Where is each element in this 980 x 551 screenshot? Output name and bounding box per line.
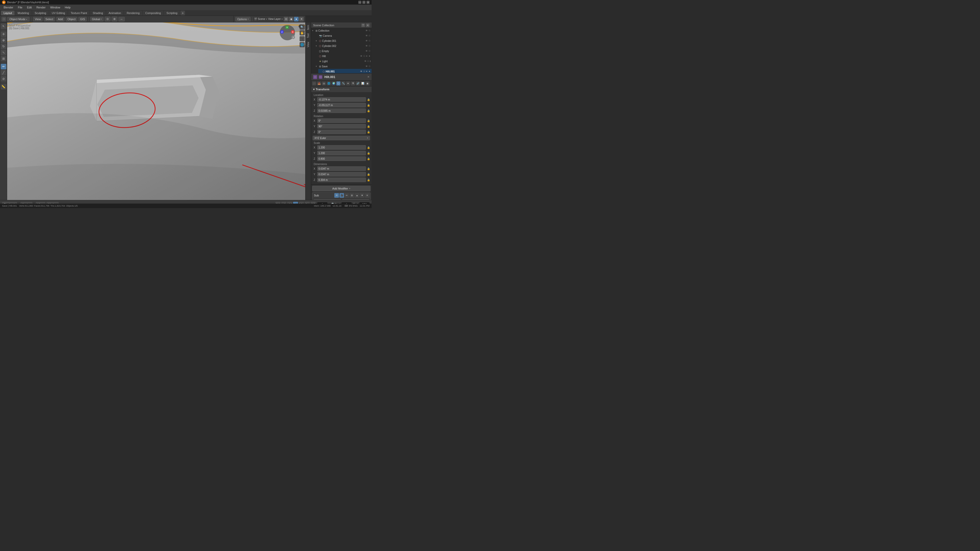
props-tab-constraints[interactable]: 🔗: [356, 81, 360, 86]
viewport-3d[interactable]: User Perspective (0) Save | Hilt.001 2 X…: [7, 22, 305, 200]
props-tab-data[interactable]: 📊: [361, 81, 365, 86]
props-tab-output[interactable]: 📤: [317, 81, 321, 86]
menu-blender[interactable]: Blender: [2, 5, 15, 10]
hand-tool-btn[interactable]: ✋: [300, 30, 305, 35]
tool-cursor[interactable]: ✛: [1, 32, 6, 37]
transform-button[interactable]: ↔: [118, 17, 125, 21]
object-header-close-btn[interactable]: ✕: [367, 75, 369, 79]
snap-button[interactable]: ⊙: [105, 17, 110, 21]
world-view-btn[interactable]: 🌐: [300, 42, 305, 47]
tab-layout[interactable]: Layout: [1, 11, 14, 15]
scale-y-lock[interactable]: 🔒: [367, 152, 370, 155]
menu-help[interactable]: Help: [63, 5, 73, 10]
proportional-button[interactable]: ⊚: [111, 17, 118, 21]
dim-y-input[interactable]: 0.0347 m: [317, 172, 366, 176]
loc-z-lock[interactable]: 🔒: [367, 110, 370, 112]
rot-x-lock[interactable]: 🔒: [367, 119, 370, 122]
modifier-close-btn[interactable]: ✕: [365, 193, 369, 198]
dim-x-input[interactable]: 0.0347 m: [317, 166, 366, 171]
tool-scale[interactable]: ⤡: [1, 50, 6, 56]
outliner-row-collection[interactable]: ▾ ⊞ Collection 👁 ☉: [311, 28, 372, 33]
loc-x-input[interactable]: -0.1374 m: [317, 97, 366, 102]
axis-y-btn[interactable]: Y: [285, 25, 289, 29]
rot-y-lock[interactable]: 🔒: [367, 125, 370, 128]
scale-z-lock[interactable]: 🔒: [367, 157, 370, 160]
loc-y-lock[interactable]: 🔒: [367, 104, 370, 106]
tab-scripting[interactable]: Scripting: [164, 11, 180, 15]
gis-menu[interactable]: GIS: [78, 17, 87, 21]
outliner-row-camera[interactable]: 📷 Camera 👁 ☉: [315, 33, 372, 38]
tool-rotate[interactable]: ↻: [1, 44, 6, 49]
tab-sculpting[interactable]: Sculpting: [32, 11, 49, 15]
outliner-row-save[interactable]: ▾ ⊞ Save 👁 ☉: [315, 64, 372, 69]
rot-z-input[interactable]: 0°: [317, 130, 366, 134]
axis-z-btn[interactable]: Z: [280, 30, 284, 34]
modifier-cage-btn[interactable]: ⊞: [350, 193, 354, 198]
transform-section-header[interactable]: ▾ Transform: [311, 86, 372, 92]
tab-shading[interactable]: Shading: [90, 11, 105, 15]
tool-transform[interactable]: ⊞: [1, 56, 6, 62]
dim-z-input[interactable]: 0.304 m: [317, 178, 366, 182]
options-button[interactable]: Options ▾: [235, 17, 251, 21]
outliner-options-btn[interactable]: ≡: [366, 24, 369, 27]
dim-y-lock[interactable]: 🔒: [367, 173, 370, 176]
tab-compositing[interactable]: Compositing: [143, 11, 163, 15]
tab-texture-paint[interactable]: Texture Paint: [68, 11, 89, 15]
tool-measure[interactable]: 📏: [1, 84, 6, 89]
props-tab-object[interactable]: ⬡: [336, 81, 340, 86]
outliner-filter-btn[interactable]: ⊤: [361, 24, 365, 27]
object-mode-dropdown[interactable]: Object Mode ▾: [7, 17, 30, 21]
rot-x-input[interactable]: 0°: [317, 118, 366, 123]
menu-edit[interactable]: Edit: [25, 5, 34, 10]
menu-render[interactable]: Render: [35, 5, 48, 10]
props-tab-scene[interactable]: 🌐: [327, 81, 331, 86]
tool-annotate[interactable]: ✏: [1, 64, 6, 69]
solid-mode-btn[interactable]: ◉: [289, 17, 293, 21]
navigation-gizmo[interactable]: X Y Z -Z: [277, 25, 298, 45]
scale-z-input[interactable]: 0.800: [317, 156, 366, 161]
modifier-name-input[interactable]: [314, 194, 334, 197]
scale-x-lock[interactable]: 🔒: [367, 146, 370, 149]
add-workspace-button[interactable]: +: [180, 11, 185, 15]
n-panel-view-tab[interactable]: View: [306, 40, 310, 49]
maximize-button[interactable]: □: [363, 1, 366, 4]
object-menu[interactable]: Object: [65, 17, 77, 21]
tab-animation[interactable]: Animation: [106, 11, 124, 15]
axis-x-btn[interactable]: X: [291, 30, 294, 34]
gizmo-circle[interactable]: X Y Z -Z: [280, 25, 295, 40]
menu-window[interactable]: Window: [48, 5, 62, 10]
rot-y-input[interactable]: 90°: [317, 124, 366, 129]
tab-rendering[interactable]: Rendering: [124, 11, 142, 15]
outliner-row-hilt[interactable]: ⬡ Hilt 👁 ☉ ✕ ✦: [315, 54, 372, 59]
rendered-mode-btn[interactable]: ☀: [299, 17, 304, 21]
props-tab-world[interactable]: 🌍: [331, 81, 336, 86]
n-panel-item-tab[interactable]: Item: [306, 24, 310, 32]
rot-z-lock[interactable]: 🔒: [367, 130, 370, 133]
modifier-down-btn[interactable]: ▼: [360, 193, 364, 198]
minimize-button[interactable]: —: [358, 1, 361, 4]
loc-x-lock[interactable]: 🔒: [367, 98, 370, 101]
menu-file[interactable]: File: [16, 5, 24, 10]
camera-view-btn[interactable]: 🎥: [300, 36, 305, 41]
close-button[interactable]: ✕: [366, 1, 369, 4]
tab-uv-editing[interactable]: UV Editing: [49, 11, 68, 15]
loc-y-input[interactable]: -0.051127 m: [317, 103, 366, 107]
loc-z-input[interactable]: 0.01565 m: [317, 108, 366, 113]
tool-annotate-line[interactable]: ╱: [1, 70, 6, 76]
axis-neg-btn[interactable]: -Z: [291, 35, 295, 39]
axis-gizmo[interactable]: X Y Z -Z: [277, 25, 298, 45]
outliner-row-hilt001[interactable]: ⬡ Hilt.001 👁 ☉ ✕ ✦: [318, 69, 372, 73]
scale-y-input[interactable]: 1.200: [317, 151, 366, 156]
props-tab-render[interactable]: 🎥: [312, 81, 316, 86]
dim-z-lock[interactable]: 🔒: [367, 179, 370, 181]
rotation-mode-dropdown[interactable]: XYZ Euler ▾: [313, 136, 370, 140]
add-modifier-button[interactable]: Add Modifier ▾: [312, 186, 371, 191]
modifier-render-btn[interactable]: 🎥: [339, 193, 344, 198]
viewport-header-icon[interactable]: ⬡: [2, 17, 6, 21]
outliner-row-cylinder001[interactable]: ▾ ⬡ Cylinder.001 👁 ☉: [315, 38, 372, 43]
tool-select[interactable]: ↖: [1, 24, 6, 29]
modifier-up-btn[interactable]: ▲: [355, 193, 360, 198]
add-menu[interactable]: Add: [56, 17, 65, 21]
tool-move[interactable]: ⊕: [1, 38, 6, 43]
wireframe-mode-btn[interactable]: ⊡: [284, 17, 288, 21]
